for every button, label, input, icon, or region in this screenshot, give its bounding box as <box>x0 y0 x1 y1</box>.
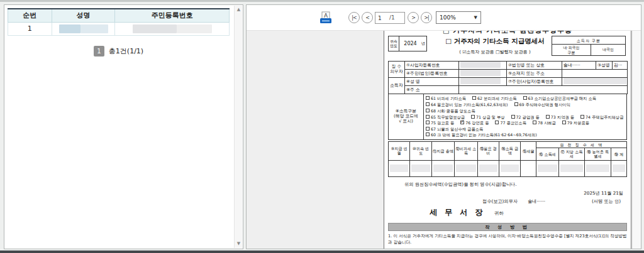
cell-resident-id-redacted[interactable] <box>115 22 230 35</box>
result-table-header-row: 순번 성명 주민등록번호 <box>8 9 230 22</box>
cell-seq[interactable]: 1 <box>8 22 52 35</box>
field-business-reg-no: ①사업자등록번호 <box>405 62 459 70</box>
left-panel-scrollbar[interactable]: ▲ ▼ <box>234 6 242 248</box>
pay-data-cell-redacted <box>410 160 431 176</box>
income-type-row: 60 그 밖에 필요경비 없는 기타소득(61·62·64~69,76제외) <box>426 132 625 138</box>
form-title: □ 거주자의 기타소득 지급명세서 <box>432 37 558 46</box>
col-header-resident-id: 주민등록번호 <box>115 9 230 22</box>
next-page-button[interactable]: > <box>408 12 419 23</box>
income-type-option: 73 지역권 등 <box>546 114 574 121</box>
seal-label: (서명 또는 인) <box>592 198 621 205</box>
pay-data-cell-redacted <box>558 160 585 176</box>
year-value: 2024 <box>399 41 421 46</box>
pay-data-cell-redacted <box>521 160 536 176</box>
value-rep-name: 김··· <box>613 62 628 70</box>
page-1-button[interactable]: 1 <box>94 46 104 57</box>
income-type-row: 67 뇌물과 알선수재 금품소득 <box>426 126 625 132</box>
checkbox-icon <box>533 121 536 124</box>
pay-data-cell-redacted <box>455 160 477 176</box>
income-type-option: 72 광업권 등 <box>511 114 540 121</box>
pay-column-header: ⑪지급 총액 <box>431 141 454 160</box>
receiver-line: 접수(보고)의무자 솔내······ (서명 또는 인) <box>388 198 627 205</box>
first-page-button[interactable]: |< <box>348 12 360 23</box>
income-type-checkbox-area: 61 비과세 기타소득62 분리과세 기타소득63 소기업소상공인공제부금 해지… <box>424 94 627 140</box>
income-type-option: 74 주택입주지체상금 <box>580 114 623 121</box>
cell-name-redacted[interactable] <box>52 22 115 35</box>
field-corp-name: ②법인명 또는 상호 <box>507 62 562 70</box>
redaction-box <box>456 164 475 172</box>
income-type-option: 64 필요경비 있는 기타소득(61,62,63제외) <box>426 102 508 108</box>
document-date: 2025년 11월 21일 <box>388 190 623 196</box>
field-earner-id-no: ⑦주민(사업자)등록번호 <box>507 78 562 86</box>
viewer-scrollbar[interactable] <box>632 31 641 249</box>
redaction-box <box>411 164 430 172</box>
pay-column-header: ⑭소득 금액 <box>499 141 520 160</box>
income-type-option: 61 비과세 기타소득 <box>426 95 466 102</box>
instruction-paragraph: 1. 이 서식은 거주자에게 기타소득을 지급하는 경우에 사용하며, 이자·배… <box>388 234 627 246</box>
document-page: □ 거주자의 기타소득 원천징수영수증 귀속 연도 2024 년 □ 거주자의 … <box>384 31 631 249</box>
income-type-option: 69 주식매수선택권 행사이익 <box>514 102 570 108</box>
redaction-box <box>460 70 501 76</box>
value-business-reg-no-redacted <box>459 62 507 70</box>
col-header-seq: 순번 <box>8 9 52 22</box>
income-type-option: 60 그 밖에 필요경비 없는 기타소득(61·62·64~69,76제외) <box>426 132 537 138</box>
print-preview-icon[interactable]: A <box>318 11 333 26</box>
income-type-row: 61 비과세 기타소득62 분리과세 기타소득63 소기업소상공인공제부금 해지… <box>426 95 625 102</box>
to-suffix: 귀하 <box>494 210 504 216</box>
redaction-box <box>460 78 501 84</box>
redaction-box <box>177 24 212 33</box>
income-type-option: 71 상금 및 부상 <box>471 114 505 121</box>
value-resident-corp-no-redacted <box>459 70 507 78</box>
redaction-box <box>560 164 584 172</box>
svg-text:A: A <box>324 13 328 19</box>
page-total-label: /1 <box>389 13 404 23</box>
scroll-down-icon[interactable]: ▼ <box>235 240 243 248</box>
income-type-option: 77 종교인소득 <box>495 120 526 126</box>
page-number-input[interactable] <box>375 13 389 23</box>
pay-data-cell-redacted <box>477 160 499 176</box>
checkbox-icon <box>426 121 430 124</box>
instructions-text: 1. 이 서식은 거주자에게 기타소득을 지급하는 경우에 사용하며, 이자·배… <box>388 234 627 249</box>
income-type-table: ⑧소득구분 (해당 코드에 √ 표시) 61 비과세 기타소득62 분리과세 기… <box>388 94 627 140</box>
table-row[interactable]: 1 <box>8 22 230 35</box>
checkbox-icon <box>546 115 550 119</box>
scroll-up-icon[interactable]: ▲ <box>235 6 243 14</box>
document-viewport[interactable]: □ 거주자의 기타소득 원천징수영수증 귀속 연도 2024 년 □ 거주자의 … <box>247 31 641 249</box>
income-type-option: 79 자문료등 <box>562 120 589 126</box>
income-type-option: 63 소기업소상공인공제부금 해지 소득 <box>523 95 596 102</box>
result-table: 순번 성명 주민등록번호 1 <box>8 8 230 36</box>
document-viewer-panel: A |< < /1 > >| 100% ▼ □ 거주자의 기타소득 원천징수영수… <box>246 4 641 249</box>
col-header-name: 성명 <box>52 9 115 22</box>
payment-detail-table: ⑨지급 연월⑩귀속 연도⑪지급 총액⑫비과세 소득⑬필요 경비⑭소득 금액⑮세율… <box>388 141 627 177</box>
last-page-button[interactable]: >| <box>421 12 432 23</box>
earner-group-label: 소득자 <box>389 78 405 94</box>
pagination: 1 총1건(1/1) <box>8 46 230 57</box>
checkbox-icon <box>426 127 430 131</box>
checkbox-icon <box>523 96 527 100</box>
income-type-option: 65 직무발명보상금 <box>426 114 465 121</box>
redaction-box <box>564 78 626 84</box>
checkbox-icon <box>562 121 566 124</box>
payer-group-label: 징 수 의무자 <box>389 62 405 78</box>
checked-checkbox-icon <box>460 121 464 124</box>
nationality-label: 내·외국인 구분 <box>552 45 591 55</box>
income-type-option: 78 사례금 <box>533 120 556 126</box>
income-type-option: 62 분리과세 기타소득 <box>472 95 516 102</box>
chevron-down-icon: ▼ <box>474 15 477 20</box>
redaction-box <box>390 164 408 172</box>
pay-column-subheader: ⑱ 농어촌 특별세 <box>585 148 611 160</box>
checkbox-icon <box>426 102 430 106</box>
receipt-statement: 위의 원천징수세액(수입금액)을 정히 영수(지급)합니다. <box>404 181 627 188</box>
redaction-box <box>613 164 625 172</box>
checkbox-icon <box>472 96 476 100</box>
withholding-tax-group-header: 원 천 징 수 세 액 <box>536 141 627 148</box>
pay-column-header: ⑬필요 경비 <box>477 141 499 160</box>
field-address-payer: ⑤소재지 또는 주소 <box>507 70 562 78</box>
prev-page-button[interactable]: < <box>362 12 373 23</box>
zoom-level-select[interactable]: 100% ▼ <box>436 11 481 24</box>
pay-data-cell-redacted <box>585 160 611 176</box>
tax-office-line: 세 무 서 장 귀하 <box>430 207 627 218</box>
checkbox-icon <box>580 115 584 119</box>
value-earner-address <box>459 86 628 94</box>
redaction-box <box>479 164 497 172</box>
